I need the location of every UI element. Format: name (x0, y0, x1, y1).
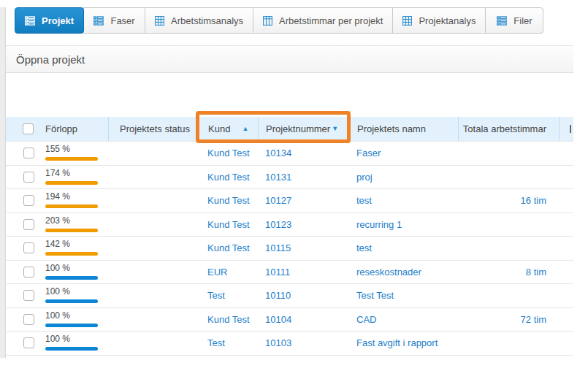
select-all-cell (6, 117, 41, 141)
progress-cell: 100 % (41, 332, 108, 351)
progress-cell: 194 % (41, 189, 108, 208)
tab-projekt[interactable]: Projekt (15, 7, 84, 34)
progress-bar (45, 299, 98, 303)
progress-percent: 142 % (45, 240, 108, 249)
column-header-projektets-status[interactable]: Projektets status (108, 117, 196, 141)
kund-link[interactable]: Kund Test (207, 148, 250, 158)
projektnamn-link[interactable]: Test Test (356, 290, 394, 301)
progress-bar (45, 229, 98, 232)
row-checkbox[interactable] (23, 148, 34, 158)
progress-cell: 100 % (41, 308, 108, 327)
tab-projektanalys[interactable]: Projektanalys (392, 7, 486, 34)
kund-link[interactable]: Kund Test (207, 219, 250, 230)
projektnamn-link[interactable]: recurring 1 (356, 219, 402, 230)
table-row: 174 % Kund Test 10131 proj (6, 166, 573, 190)
select-all-checkbox[interactable] (23, 123, 34, 134)
progress-percent: 100 % (45, 334, 108, 344)
row-checkbox[interactable] (23, 242, 34, 253)
timmar-link[interactable]: 72 tim (521, 314, 546, 325)
projektnamn-link[interactable]: reseskostnader (356, 267, 421, 278)
column-header-forlopp[interactable]: Förlopp (41, 117, 108, 141)
tab-label: Projektanalys (419, 15, 476, 26)
tab-label: Projekt (42, 15, 74, 26)
kund-link[interactable]: Kund Test (207, 314, 250, 325)
projektnamn-link[interactable]: test (356, 195, 372, 206)
projektnummer-link[interactable]: 10123 (265, 219, 291, 230)
timmar-link[interactable]: 16 tim (521, 195, 546, 206)
kund-link[interactable]: Kund Test (207, 172, 250, 183)
app-page: Projekt Faser Arbetstimsanalys (0, 0, 588, 371)
progress-bar (45, 276, 98, 280)
projektnamn-link[interactable]: test (356, 242, 372, 253)
progress-bar (45, 204, 98, 208)
progress-cell: 142 % (41, 237, 108, 256)
page-title: Öppna projekt (16, 53, 85, 66)
row-checkbox[interactable] (23, 314, 34, 325)
tab-arbetstimmar-per-projekt[interactable]: Arbetstimmar per projekt (253, 7, 393, 34)
tab-arbetstimsanalys[interactable]: Arbetstimsanalys (145, 7, 253, 34)
projects-table: Förlopp Projektets status Kund ▲ Projekt… (6, 117, 573, 356)
tab-label: Filer (513, 15, 532, 26)
timmar-link[interactable]: 8 tim (526, 267, 546, 278)
table-row: 100 % Kund Test 10104 CAD 72 tim (6, 308, 573, 332)
projektnamn-link[interactable]: proj (356, 172, 373, 183)
projektnummer-link[interactable]: 10103 (265, 337, 291, 348)
row-checkbox[interactable] (23, 337, 34, 348)
projektnamn-link[interactable]: CAD (356, 314, 376, 325)
projektnummer-link[interactable]: 10115 (265, 242, 291, 253)
kund-link[interactable]: Test (207, 290, 225, 301)
row-checkbox[interactable] (23, 195, 34, 206)
table-body: 155 % Kund Test 10134 Faser 174 % Kund T… (6, 141, 573, 356)
clipped-column-text-fragment (570, 125, 571, 133)
progress-cell: 100 % (41, 261, 108, 280)
clipped-column-header (559, 117, 573, 141)
tab-bar: Projekt Faser Arbetstimsanalys (15, 7, 543, 34)
progress-bar (45, 324, 98, 327)
projektnummer-link[interactable]: 10111 (265, 267, 290, 278)
tab-label: Arbetstimmar per projekt (279, 15, 383, 26)
table-row: 155 % Kund Test 10134 Faser (6, 142, 573, 166)
kund-link[interactable]: Kund Test (207, 242, 250, 253)
progress-percent: 100 % (45, 287, 108, 297)
kund-link[interactable]: Test (207, 337, 225, 348)
column-header-totala-arbetstimmar[interactable]: Totala arbetstimmar (458, 117, 559, 141)
grid-icon (402, 16, 412, 26)
projektnummer-link[interactable]: 10134 (265, 148, 291, 158)
progress-cell: 174 % (41, 166, 108, 185)
projektnamn-link[interactable]: Fast avgift i rapport (356, 337, 438, 348)
progress-percent: 100 % (45, 311, 108, 321)
list-icon (497, 16, 507, 26)
kund-link[interactable]: EUR (207, 267, 227, 278)
projektnamn-link[interactable]: Faser (356, 148, 381, 158)
projektnummer-link[interactable]: 10110 (265, 290, 291, 301)
row-checkbox[interactable] (23, 267, 34, 278)
grid-icon (155, 16, 164, 26)
list-icon (93, 16, 104, 26)
projektnummer-link[interactable]: 10131 (265, 172, 291, 183)
projektnummer-link[interactable]: 10104 (265, 314, 291, 325)
column-label: Projektnummer (266, 123, 330, 134)
list-icon (25, 16, 35, 26)
column-header-kund[interactable]: Kund ▲ (196, 117, 258, 141)
table-icon (263, 16, 272, 26)
kund-link[interactable]: Kund Test (207, 195, 250, 206)
progress-percent: 155 % (45, 145, 108, 154)
progress-percent: 100 % (45, 264, 108, 273)
tab-filer[interactable]: Filer (485, 7, 543, 34)
row-checkbox[interactable] (23, 219, 34, 230)
column-header-projektets-namn[interactable]: Projektets namn (349, 117, 458, 141)
progress-cell: 155 % (41, 142, 108, 161)
page-edge-strip (0, 7, 6, 358)
progress-bar (45, 181, 98, 185)
progress-cell: 100 % (41, 284, 108, 303)
row-checkbox[interactable] (23, 172, 34, 183)
column-header-projektnummer[interactable]: Projektnummer ▼ (258, 117, 349, 141)
column-label: Projektets status (120, 123, 190, 134)
progress-percent: 194 % (45, 192, 108, 202)
table-row: 100 % EUR 10111 reseskostnader 8 tim (6, 261, 573, 285)
table-row: 194 % Kund Test 10127 test 16 tim (6, 189, 573, 213)
projektnummer-link[interactable]: 10127 (265, 195, 291, 206)
tab-faser[interactable]: Faser (83, 7, 145, 34)
row-checkbox[interactable] (23, 290, 34, 301)
progress-bar (45, 252, 98, 256)
